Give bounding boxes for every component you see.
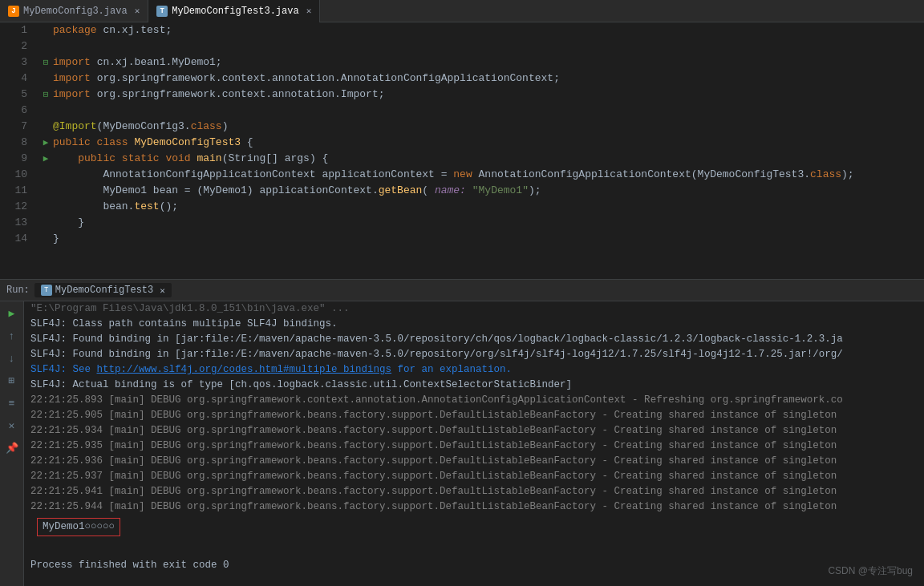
output-line-exit [24, 543, 924, 558]
code-line-9: ▶ public static void main(String[] args)… [38, 151, 924, 167]
java-icon: J [8, 6, 19, 17]
code-line-4: import org.springframework.context.annot… [38, 71, 924, 87]
output-line-cmd: "E:\Program Files\Java\jdk1.8.0_151\bin\… [24, 301, 924, 317]
tab-mydemoconfigtest3[interactable]: T MyDemoConfigTest3.java ✕ [148, 0, 320, 22]
run-scroll-up-button[interactable]: ↑ [3, 327, 21, 345]
run-label: Run: [6, 285, 30, 296]
output-line-success: Process finished with exit code 0 [24, 558, 924, 573]
output-line-5: SLF4J: Actual binding is of type [ch.qos… [24, 378, 924, 393]
run-pin-button[interactable]: 📌 [3, 439, 21, 457]
editor-area: 12345 678910 11121314 package cn.xj.test… [0, 22, 924, 279]
gutter-3: ⊟ [38, 55, 53, 71]
code-line-14: } [38, 231, 924, 247]
tab-close-2[interactable]: ✕ [306, 6, 312, 16]
code-line-3: ⊟ import cn.xj.bean1.MyDemo1; [38, 55, 924, 71]
output-scroll: "E:\Program Files\Java\jdk1.8.0_151\bin\… [24, 301, 924, 586]
code-line-13: } [38, 215, 924, 231]
code-line-12: bean.test(); [38, 199, 924, 215]
code-line-11: MyDemo1 bean = (MyDemo1) applicationCont… [38, 183, 924, 199]
code-line-5: ⊟ import org.springframework.context.ann… [38, 87, 924, 103]
tab-label-2: MyDemoConfigTest3.java [172, 6, 298, 17]
code-line-10: AnnotationConfigApplicationContext appli… [38, 167, 924, 183]
run-scroll-down-button[interactable]: ↓ [3, 350, 21, 367]
output-line-12: 22:21:25.941 [main] DEBUG org.springfram… [24, 484, 924, 499]
output-line-3: SLF4J: Found binding in [jar:file:/E:/ma… [24, 347, 924, 362]
run-menu-button[interactable]: ≡ [3, 394, 21, 412]
run-restore-button[interactable]: ⊞ [3, 372, 21, 390]
output-highlighted: MyDemo1○○○○○ [37, 518, 120, 536]
run-panel: ▶ ↑ ↓ ⊞ ≡ ✕ 📌 "E:\Program Files\Java\jdk… [0, 301, 924, 586]
output-line-4: SLF4J: See http://www.slf4j.org/codes.ht… [24, 362, 924, 378]
run-close-button[interactable]: ✕ [3, 417, 21, 434]
output-line-7: 22:21:25.905 [main] DEBUG org.springfram… [24, 408, 924, 423]
gutter-9: ▶ [38, 151, 53, 167]
code-line-6 [38, 103, 924, 119]
code-line-2 [38, 38, 924, 55]
output-line-2: SLF4J: Found binding in [jar:file:/E:/ma… [24, 332, 924, 347]
tab-close-1[interactable]: ✕ [135, 6, 140, 16]
output-line-9: 22:21:25.935 [main] DEBUG org.springfram… [24, 438, 924, 454]
watermark: CSDN @专注写bug [828, 564, 913, 578]
output-line-8: 22:21:25.934 [main] DEBUG org.springfram… [24, 423, 924, 438]
code-line-8: ▶ public class MyDemoConfigTest3 { [38, 135, 924, 151]
run-tab-close[interactable]: ✕ [160, 285, 165, 296]
test-icon: T [156, 6, 168, 17]
output-line-10: 22:21:25.936 [main] DEBUG org.springfram… [24, 454, 924, 469]
gutter-8: ▶ [38, 135, 53, 151]
output-line-13: 22:21:25.944 [main] DEBUG org.springfram… [24, 499, 924, 515]
run-tab-icon: T [41, 285, 52, 296]
output-line-1: SLF4J: Class path contains multiple SLF4… [24, 317, 924, 332]
run-sidebar: ▶ ↑ ↓ ⊞ ≡ ✕ 📌 [0, 301, 24, 586]
tab-label-1: MyDemoConfig3.java [23, 6, 128, 17]
output-highlighted-container: MyDemo1○○○○○ [24, 515, 924, 543]
run-bar: Run: T MyDemoConfigTest3 ✕ [0, 279, 924, 301]
tab-mydemoconfig3[interactable]: J MyDemoConfig3.java ✕ [0, 0, 148, 22]
code-line-7: @Import(MyDemoConfig3.class) [38, 119, 924, 135]
gutter-5: ⊟ [38, 87, 53, 103]
run-play-button[interactable]: ▶ [3, 305, 21, 322]
run-tab-label: MyDemoConfigTest3 [55, 285, 153, 296]
output-line-11: 22:21:25.937 [main] DEBUG org.springfram… [24, 469, 924, 484]
line-numbers: 12345 678910 11121314 [0, 22, 34, 279]
tab-bar: J MyDemoConfig3.java ✕ T MyDemoConfigTes… [0, 0, 924, 22]
run-tab[interactable]: T MyDemoConfigTest3 ✕ [34, 283, 172, 297]
output-line-6: 22:21:25.893 [main] DEBUG org.springfram… [24, 393, 924, 408]
code-line-1: package cn.xj.test; [38, 22, 924, 38]
code-area: package cn.xj.test; ⊟ import cn.xj.bean1… [34, 22, 924, 279]
run-output: "E:\Program Files\Java\jdk1.8.0_151\bin\… [24, 301, 924, 586]
